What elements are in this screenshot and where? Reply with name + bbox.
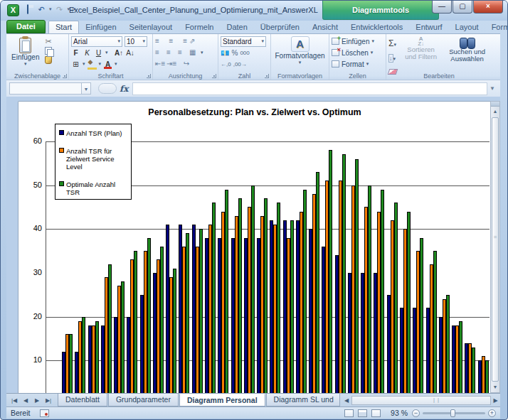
alignment-dialog-launcher-icon[interactable] xyxy=(212,74,216,78)
number-dialog-launcher-icon[interactable] xyxy=(265,74,269,78)
hscroll-right-icon[interactable]: ▶ xyxy=(491,397,500,404)
page-break-view-icon[interactable] xyxy=(371,409,381,417)
zoom-out-icon[interactable]: − xyxy=(412,409,420,417)
next-sheet-icon[interactable]: ▶ xyxy=(32,397,42,404)
font-color-button[interactable]: A xyxy=(103,60,112,68)
bar-series3-group10[interactable] xyxy=(186,233,189,393)
decrease-decimal-icon[interactable]: ,00→ xyxy=(233,61,247,68)
last-sheet-icon[interactable]: ▶| xyxy=(43,397,53,404)
ribbon-tab-ueberpruefen[interactable]: Überprüfen xyxy=(254,21,306,33)
page-layout-view-icon[interactable] xyxy=(358,409,367,417)
bar-series3-group20[interactable] xyxy=(316,172,319,393)
align-bottom-icon[interactable]: ≡ xyxy=(178,38,187,45)
hscroll-track[interactable] xyxy=(351,396,491,405)
clipboard-dialog-launcher-icon[interactable] xyxy=(63,74,67,78)
bar-series3-group7[interactable] xyxy=(147,238,151,393)
ribbon-tab-einfuegen[interactable]: Einfügen xyxy=(79,21,122,33)
insert-function-icon[interactable]: fx xyxy=(120,84,128,94)
bar-series3-group26[interactable] xyxy=(394,203,398,393)
bar-series3-group14[interactable] xyxy=(238,198,242,393)
formula-input[interactable] xyxy=(132,82,487,95)
legend-item-1[interactable]: Anzahl TSR (Plan) xyxy=(59,129,129,137)
bar-series3-group16[interactable] xyxy=(264,198,268,393)
sheet-tab-grundparameter[interactable]: Grundparameter xyxy=(108,394,179,406)
cell-styles-button[interactable]: A Formatvorlagen ▾ xyxy=(273,36,327,66)
normal-view-icon[interactable] xyxy=(344,409,354,417)
bar-series3-group27[interactable] xyxy=(407,212,411,393)
italic-button[interactable]: K xyxy=(83,49,92,57)
first-sheet-icon[interactable]: |◀ xyxy=(9,397,19,404)
formula-bar-expand-icon[interactable]: ▼ xyxy=(487,85,497,92)
fill-color-button[interactable] xyxy=(88,60,97,68)
merge-caret-icon[interactable]: ▾ xyxy=(201,50,203,55)
grow-font-button[interactable]: A↑ xyxy=(115,49,124,57)
bold-button[interactable]: F xyxy=(71,49,80,57)
name-box-caret-icon[interactable]: ▼ xyxy=(82,82,91,95)
bar-series3-group30[interactable] xyxy=(446,295,450,393)
bar-series3-group11[interactable] xyxy=(199,229,203,393)
percent-style-icon[interactable]: % xyxy=(231,49,238,57)
maximize-button[interactable]: ▢ xyxy=(453,1,472,14)
bar-series3-group3[interactable] xyxy=(95,321,99,393)
vertical-scrollbar[interactable]: ▲ ▼ xyxy=(490,101,500,393)
legend-item-3[interactable]: Optimale Anzahl TSR xyxy=(59,181,129,196)
scroll-up-icon[interactable]: ▲ xyxy=(491,107,499,117)
bar-series3-group8[interactable] xyxy=(160,247,164,393)
align-middle-icon[interactable]: ≡ xyxy=(166,38,176,45)
bar-series3-group4[interactable] xyxy=(108,264,112,393)
bar-series3-group32[interactable] xyxy=(472,348,475,393)
chart-legend[interactable]: Anzahl TSR (Plan)Anzahl TSR für Zielwert… xyxy=(55,124,132,200)
ribbon-tab-seitenlayout[interactable]: Seitenlayout xyxy=(123,21,179,33)
bar-series3-group23[interactable] xyxy=(355,159,359,393)
increase-decimal-icon[interactable]: ←,0 xyxy=(221,61,231,68)
font-name-combobox[interactable]: Arial▾ xyxy=(71,36,122,47)
font-dialog-launcher-icon[interactable] xyxy=(147,74,151,78)
bar-series3-group25[interactable] xyxy=(381,190,384,393)
zoom-level[interactable]: 93 % xyxy=(385,409,408,417)
fill-caret-icon[interactable]: ▾ xyxy=(99,61,102,67)
bar-series3-group2[interactable] xyxy=(82,317,85,393)
legend-item-2[interactable]: Anzahl TSR für Zielwert Service Level xyxy=(59,147,129,171)
bar-series3-group17[interactable] xyxy=(277,203,280,393)
align-right-icon[interactable]: ≡ xyxy=(178,49,187,56)
bar-series3-group9[interactable] xyxy=(173,269,176,393)
bar-series3-group22[interactable] xyxy=(342,154,346,393)
bar-series3-group15[interactable] xyxy=(251,185,255,393)
ribbon-tab-ansicht[interactable]: Ansicht xyxy=(306,21,344,33)
format-cells-button[interactable]: Format xyxy=(342,60,364,68)
borders-button[interactable]: ⊞ xyxy=(71,60,80,68)
scroll-down-icon[interactable]: ▼ xyxy=(491,382,499,392)
ribbon-tab-datei[interactable]: Datei xyxy=(6,20,46,33)
bar-series3-group24[interactable] xyxy=(368,185,371,393)
hscroll-left-icon[interactable]: ◀ xyxy=(342,397,351,404)
align-center-icon[interactable]: ≡ xyxy=(166,49,176,56)
shrink-font-button[interactable]: A↓ xyxy=(126,49,135,57)
scrollbar-split-handle[interactable] xyxy=(491,102,499,107)
format-painter-icon[interactable] xyxy=(45,56,52,64)
insert-cells-button[interactable]: Einfügen xyxy=(342,38,369,45)
undo-caret-icon[interactable]: ▾ xyxy=(49,6,52,12)
underline-caret-icon[interactable]: ▾ xyxy=(105,50,108,55)
orientation-icon[interactable]: ⇗ xyxy=(189,38,199,45)
sheet-tab-diagramm-personal[interactable]: Diagramm Personal xyxy=(179,394,265,406)
number-format-combobox[interactable]: Standard▾ xyxy=(221,36,266,47)
merge-center-icon[interactable]: ▦ xyxy=(189,49,199,56)
close-button[interactable]: × xyxy=(473,1,503,14)
bar-series3-group13[interactable] xyxy=(225,190,228,393)
comma-style-icon[interactable]: 000 xyxy=(240,50,249,56)
accounting-format-icon[interactable]: 💶 xyxy=(221,49,229,57)
ribbon-tab-layout[interactable]: Layout xyxy=(449,21,485,33)
bar-series3-group12[interactable] xyxy=(212,203,216,393)
name-box[interactable] xyxy=(9,82,82,95)
prev-sheet-icon[interactable]: ◀ xyxy=(21,397,31,404)
bar-series3-group29[interactable] xyxy=(433,251,437,393)
copy-icon[interactable] xyxy=(45,47,53,55)
bar-series3-group21[interactable] xyxy=(329,150,332,393)
ribbon-tab-format[interactable]: Format xyxy=(485,21,508,33)
bar-series3-group31[interactable] xyxy=(459,321,462,393)
formula-bar-split-handle[interactable] xyxy=(98,83,117,94)
increase-indent-icon[interactable]: ⇥≡ xyxy=(166,60,176,68)
fill-down-icon[interactable]: ↓▾ xyxy=(388,50,397,63)
zoom-in-icon[interactable]: + xyxy=(488,409,496,417)
chart-title[interactable]: Personalbesetzung: Plan vs. Zielwert vs.… xyxy=(18,107,491,117)
